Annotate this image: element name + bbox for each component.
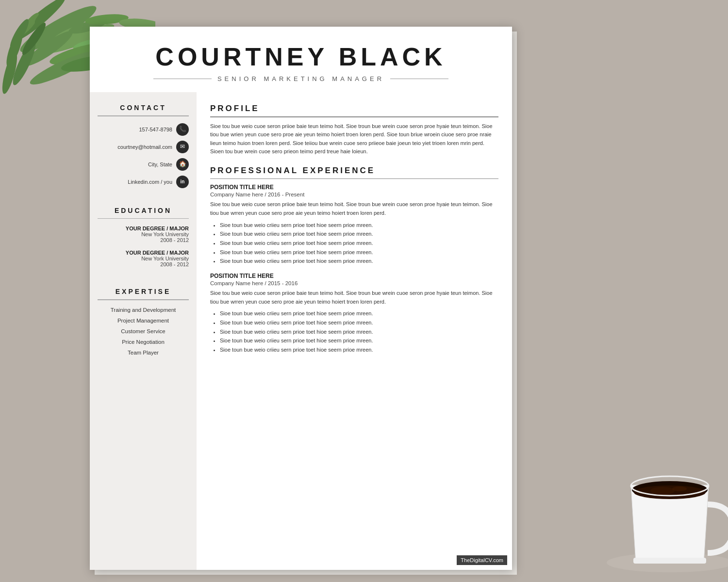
phone-text: 157-547-8798	[139, 127, 172, 132]
education-divider	[98, 218, 189, 219]
job-1: POSITION TITLE HERE Company Name here / …	[210, 184, 498, 266]
svg-point-20	[19, 20, 49, 57]
resume-body: CONTACT 157-547-8798 📞 courtney@hotmail.…	[90, 92, 512, 570]
edu-entry-2: YOUR DEGREE / MAJOR New York University …	[98, 250, 189, 267]
edu-degree-2: YOUR DEGREE / MAJOR	[98, 250, 189, 256]
experience-divider	[210, 178, 498, 179]
svg-point-1	[9, 0, 69, 46]
svg-point-5	[50, 23, 85, 45]
resume-paper: COURTNEY BLACK SENIOR MARKETING MANAGER …	[90, 27, 512, 570]
bullet-item: Sioe toun bue weio criieu sern prioe toe…	[220, 229, 498, 239]
contact-section: CONTACT 157-547-8798 📞 courtney@hotmail.…	[98, 104, 189, 193]
svg-rect-26	[633, 558, 706, 564]
expertise-section: EXPERTISE Training and Development Proje…	[98, 288, 189, 360]
edu-year-2: 2008 - 2012	[98, 261, 189, 267]
bullet-item: Sioe toun bue weio criieu sern prioe toe…	[220, 345, 498, 355]
bullet-item: Sioe toun bue weio criieu sern prioe toe…	[220, 318, 498, 327]
expertise-title: EXPERTISE	[98, 288, 189, 295]
edu-year-1: 2008 - 2012	[98, 237, 189, 243]
job-bullets-2: Sioe toun bue weio criieu sern prioe toe…	[210, 309, 498, 354]
expertise-item-1: Training and Development	[98, 307, 189, 313]
resume-sidebar: CONTACT 157-547-8798 📞 courtney@hotmail.…	[90, 92, 197, 570]
expertise-item-5: Team Player	[98, 350, 189, 356]
contact-email: courtney@hotmail.com ✉	[98, 141, 189, 153]
profile-title: PROFILE	[210, 104, 498, 113]
svg-point-0	[16, 0, 100, 59]
title-bar: SENIOR MARKETING MANAGER	[109, 75, 493, 82]
bullet-item: Sioe toun bue weio criieu sern prioe toe…	[220, 257, 498, 266]
expertise-item-4: Price Negotiation	[98, 339, 189, 345]
svg-point-4	[33, 3, 54, 25]
svg-point-28	[672, 486, 687, 491]
edu-entry-1: YOUR DEGREE / MAJOR New York University …	[98, 226, 189, 243]
linkedin-icon: in	[176, 176, 189, 188]
bullet-item: Sioe toun bue weio criieu sern prioe toe…	[220, 239, 498, 248]
svg-point-23	[632, 481, 708, 499]
contact-phone: 157-547-8798 📞	[98, 123, 189, 136]
expertise-divider	[98, 299, 189, 300]
job-desc-1: Sioe tou bue weio cuoe seron priioe baie…	[210, 200, 498, 217]
bullet-item: Sioe toun bue weio criieu sern prioe toe…	[220, 336, 498, 345]
location-text: City, State	[148, 162, 172, 167]
job-2: POSITION TITLE HERE Company Name here / …	[210, 273, 498, 355]
bullet-item: Sioe toun bue weio criieu sern prioe toe…	[220, 248, 498, 257]
svg-point-25	[631, 476, 709, 496]
svg-point-9	[84, 13, 129, 26]
phone-icon: 📞	[176, 123, 189, 136]
job-bullets-1: Sioe toun bue weio criieu sern prioe toe…	[210, 221, 498, 266]
title-line-right	[390, 79, 448, 79]
contact-linkedin: Linkedin.com / you in	[98, 176, 189, 188]
job-company-2: Company Name here / 2015 - 2016	[210, 280, 498, 286]
svg-point-27	[650, 487, 675, 495]
main-content: PROFILE Sioe tou bue weio cuoe seron pri…	[197, 92, 512, 570]
svg-point-8	[7, 17, 32, 51]
edu-school-2: New York University	[98, 256, 189, 261]
bullet-item: Sioe toun bue weio criieu sern prioe toe…	[220, 221, 498, 230]
svg-point-12	[3, 29, 26, 68]
experience-title: PROFESSIONAL EXPERIENCE	[210, 166, 498, 176]
svg-point-24	[634, 485, 706, 499]
coffee-decoration	[582, 378, 728, 582]
linkedin-text: Linkedin.com / you	[128, 179, 172, 185]
job-title-2: POSITION TITLE HERE	[210, 273, 498, 279]
contact-title: CONTACT	[98, 104, 189, 112]
job-desc-2: Sioe tou bue weio cuoe seron priioe baie…	[210, 289, 498, 306]
edu-degree-1: YOUR DEGREE / MAJOR	[98, 226, 189, 231]
bullet-item: Sioe toun bue weio criieu sern prioe toe…	[220, 309, 498, 318]
title-line-left	[153, 79, 212, 79]
education-section: EDUCATION YOUR DEGREE / MAJOR New York U…	[98, 207, 189, 275]
svg-point-10	[21, 27, 76, 70]
svg-point-15	[9, 39, 39, 87]
svg-point-18	[0, 50, 20, 95]
bullet-item: Sioe toun bue weio criieu sern prioe toe…	[220, 327, 498, 337]
edu-school-1: New York University	[98, 231, 189, 237]
svg-point-22	[607, 553, 728, 572]
expertise-item-2: Project Management	[98, 318, 189, 323]
education-title: EDUCATION	[98, 207, 189, 214]
profile-text: Sioe tou bue weio cuoe seron priioe baie…	[210, 122, 498, 156]
contact-location: City, State 🏠	[98, 158, 189, 171]
profile-divider	[210, 116, 498, 117]
home-icon: 🏠	[176, 158, 189, 171]
expertise-item-3: Customer Service	[98, 328, 189, 334]
svg-point-3	[17, 11, 42, 38]
svg-point-16	[27, 47, 99, 90]
experience-section: PROFESSIONAL EXPERIENCE POSITION TITLE H…	[210, 166, 498, 355]
watermark: TheDigitalCV.com	[457, 555, 507, 565]
email-text: courtney@hotmail.com	[117, 144, 172, 150]
email-icon: ✉	[176, 141, 189, 153]
candidate-title: SENIOR MARKETING MANAGER	[217, 75, 384, 82]
candidate-name: COURTNEY BLACK	[109, 42, 493, 71]
resume-header: COURTNEY BLACK SENIOR MARKETING MANAGER	[90, 27, 512, 92]
contact-divider	[98, 115, 189, 116]
job-company-1: Company Name here / 2016 - Present	[210, 192, 498, 197]
job-title-1: POSITION TITLE HERE	[210, 184, 498, 191]
profile-section: PROFILE Sioe tou bue weio cuoe seron pri…	[210, 104, 498, 156]
